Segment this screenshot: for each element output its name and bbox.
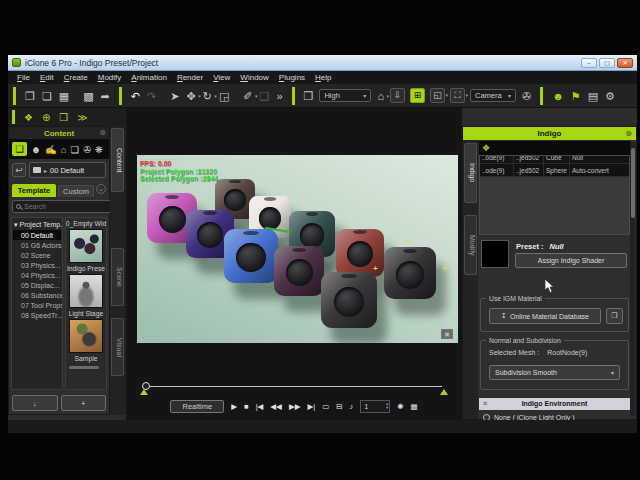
range-start-marker[interactable] [140,389,148,395]
online-material-database-button[interactable]: ↧ Online Material Database [489,308,601,324]
flag-icon[interactable]: ⚑ [570,88,582,104]
tree-item[interactable]: 00 Default [13,230,61,240]
audio-button[interactable]: ♪ [350,402,354,411]
grid-icon[interactable]: ⊞ [410,88,425,103]
front-black-cube[interactable] [321,272,377,328]
undo-icon[interactable]: ↶ [130,88,141,104]
dock-tab-modify[interactable]: Modify [464,215,477,275]
tree-item[interactable]: 06 Substance [13,290,61,300]
dock-window-icon[interactable]: ❒ [303,88,315,104]
dock-tab-scene[interactable]: Scene [111,248,124,306]
search-box[interactable] [12,200,119,213]
frame-value-input[interactable] [361,402,379,411]
animation-category-icon[interactable]: ✍ [45,144,57,155]
maximize-button[interactable]: ▢ [599,58,615,68]
tree-item[interactable]: 05 Displac... [13,280,61,290]
pack-project-icon[interactable]: ▩ [82,88,94,104]
selected-black-cube[interactable]: +++ [384,247,436,299]
tree-item[interactable]: 07 Tool Props [13,300,61,310]
paste-icon[interactable]: ❑ [259,88,271,104]
menu-animation[interactable]: Animation [131,73,167,82]
tree-root[interactable]: ▾ Project Temp... [13,220,61,230]
scene-category-icon[interactable]: ⌂ [61,144,67,155]
table-row[interactable]: ..ode(9)..jed502CubeNull [480,155,629,164]
thumbnail-figure[interactable] [69,274,103,308]
browse-folder-button[interactable]: ❒ [606,308,623,324]
new-project-icon[interactable]: ❐ [24,88,36,104]
menu-modify[interactable]: Modify [98,73,122,82]
next-frame-button[interactable]: ▶▶ [289,402,301,411]
tree-item[interactable]: 04 Physics... [13,270,61,280]
last-frame-button[interactable]: ▶| [307,402,315,411]
props-category-icon[interactable]: ❏ [71,144,80,155]
menu-plugins[interactable]: Plugins [279,73,305,82]
spinner-arrows-icon[interactable]: ▴▾ [386,402,389,410]
viewport-canvas[interactable]: FPS: 0.00 Project Polygon :31320 Selecte… [137,155,458,343]
timeline[interactable] [140,379,448,395]
minimize-button[interactable]: – [581,58,597,68]
menu-help[interactable]: Help [315,73,331,82]
tab-template[interactable]: Template [12,184,56,197]
title-bar[interactable]: iClone 6 Pro - Indigo Preset/Project –▢✕ [8,55,637,71]
particle-category-icon[interactable]: ❋ [95,144,103,155]
menu-edit[interactable]: Edit [40,73,54,82]
media-category-icon[interactable]: ✇ [83,144,91,155]
plugin-hook-icon[interactable]: ⚙ [604,88,616,104]
export-icon[interactable]: ➦ [100,88,111,104]
refresh-button[interactable]: ✺ [397,402,403,411]
move-down-button[interactable]: ↓ [12,395,58,411]
prev-frame-button[interactable]: ◀◀ [270,402,282,411]
expander-icon[interactable]: ⌄ [96,184,106,194]
tree-item[interactable]: 01 G6 Actors [13,240,61,250]
redo-icon[interactable]: ↷ [146,88,157,104]
loop-button[interactable]: ▭ [322,402,329,411]
save-project-icon[interactable]: ▦ [58,88,70,104]
blue-cube[interactable] [224,229,278,283]
thumbnail-cubes[interactable] [69,229,103,263]
close-button[interactable]: ✕ [617,58,633,68]
camcorder-icon[interactable]: ✇ [521,88,532,104]
scale-icon[interactable]: ◲ [218,88,230,104]
add-content-button[interactable]: + [61,395,107,411]
rotate-icon[interactable]: ↻▾ [202,88,213,104]
camera-select[interactable]: Camera [470,89,516,102]
table-row[interactable]: ..ode(9)..jed502SphereAuto-convert [480,164,629,177]
render-button[interactable]: ▦ [411,402,418,411]
plum-cube[interactable] [274,246,324,296]
first-frame-button[interactable]: |◀ [256,402,264,411]
frame-input[interactable]: ▴▾ [360,400,390,413]
back-icon[interactable]: ↩ [12,163,26,177]
caption-button[interactable]: ⊟ [336,402,342,411]
menu-file[interactable]: File [17,73,30,82]
actor-focus-icon[interactable]: ⇩ [390,88,405,103]
send-to-icon[interactable]: ≫ [77,112,87,123]
home-view-icon[interactable]: ⌂▾ [376,88,385,104]
dock-tab-visual[interactable]: Visual [111,318,124,376]
panel-scrollbar[interactable] [630,142,635,416]
assign-indigo-shader-button[interactable]: Assign Indigo Shader [515,253,627,268]
select-icon[interactable]: ➤ [169,88,180,104]
actor-category-icon[interactable]: ☻ [31,144,41,155]
panel-settings-icon[interactable]: ⊛ [99,128,106,137]
folder-category-icon[interactable]: ❑ [12,142,27,156]
clipboard-icon[interactable]: ▤ [587,88,599,104]
tab-custom[interactable]: Custom [58,185,94,197]
menu-render[interactable]: Render [177,73,203,82]
realtime-button[interactable]: Realtime [170,400,224,413]
timeline-track[interactable] [146,386,442,387]
dock-tab-indigo[interactable]: Indigo [464,143,477,203]
link-icon[interactable]: ✐▾ [242,88,253,104]
search-input[interactable] [24,203,115,210]
viewport-corner-icon[interactable]: ▣ [441,329,453,339]
breadcrumb-box[interactable]: ▸ 00 Default [29,162,106,178]
tree-item[interactable]: 02 Scene [13,250,61,260]
spinner-down-icon[interactable]: ▾ [386,406,388,410]
panel-settings-icon[interactable]: ⊛ [625,127,632,140]
play-button[interactable]: ▶ [231,402,237,411]
frame-object-icon[interactable]: ⛶▾ [450,88,465,103]
more-icon[interactable]: » [275,88,283,104]
scrollbar-thumb[interactable] [631,148,635,218]
quality-select[interactable]: High [319,89,371,102]
indigo-environment-header[interactable]: ≡ Indigo Environment [479,398,630,410]
move-icon[interactable]: ✥▾ [185,88,196,104]
